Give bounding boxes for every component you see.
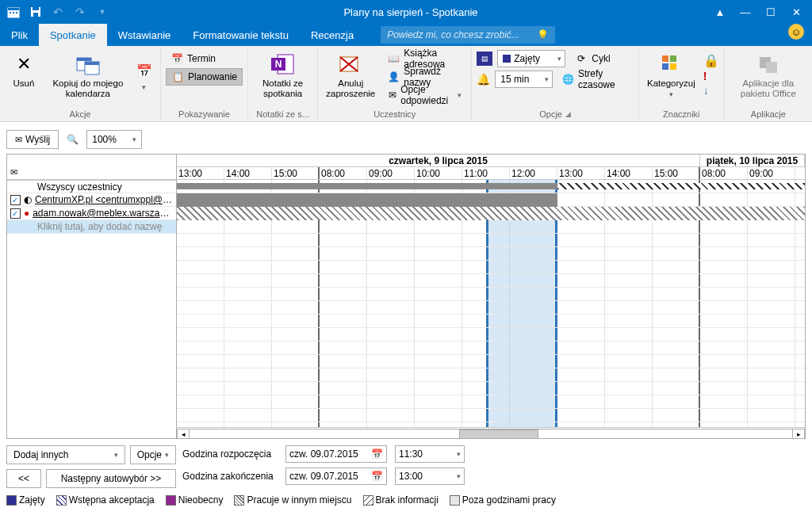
send-button[interactable]: ✉Wyślij xyxy=(6,130,59,149)
tab-meeting[interactable]: Spotkanie xyxy=(39,24,107,46)
tab-format[interactable]: Formatowanie tekstu xyxy=(182,24,300,46)
svg-rect-1 xyxy=(8,8,19,10)
scroll-thumb[interactable] xyxy=(459,429,538,439)
end-time-value: 13:00 xyxy=(399,471,423,482)
show-as-label: Zajęty xyxy=(514,53,540,64)
group-options-label: Opcje◢ xyxy=(477,109,634,121)
office-apps-button[interactable]: Aplikacje dla pakietu Office xyxy=(730,50,807,101)
forward-button[interactable]: 📅 ▾ xyxy=(133,50,155,93)
attendee-checkbox[interactable]: ✓ xyxy=(10,195,21,205)
add-attendee-row[interactable]: Kliknij tutaj, aby dodać nazwę xyxy=(7,220,176,234)
add-others-button[interactable]: Dodaj innych▾ xyxy=(6,445,125,464)
calendar-picker-icon[interactable]: 📅 xyxy=(371,448,383,460)
legend: Zajęty Wstępna akceptacja Nieobecny Prac… xyxy=(6,494,806,506)
zoom-value: 100% xyxy=(92,134,117,145)
tab-file[interactable]: Plik xyxy=(0,24,39,46)
scheduling-grid: ✉ Wszyscy uczestnicy ✓◐CentrumXP.pl <cen… xyxy=(6,154,806,439)
tab-review[interactable]: Recenzja xyxy=(300,24,365,46)
forward-icon: 📅 xyxy=(132,58,157,83)
cancel-invitation-label: Anuluj zaproszenie xyxy=(326,78,375,99)
recurrence-icon: ⟳ xyxy=(575,52,588,65)
ribbon-display-icon[interactable]: ▲ xyxy=(709,1,731,23)
svg-rect-2 xyxy=(10,12,11,13)
svg-rect-3 xyxy=(13,12,14,13)
end-date-input[interactable]: czw. 09.07.2015📅 xyxy=(285,467,387,485)
attendee-row[interactable]: ✓◐CentrumXP.pl <centrumxppl@ou xyxy=(7,193,176,207)
check-names-button[interactable]: 👤Sprawdź nazwy xyxy=(383,68,466,86)
autopick-next-button[interactable]: Następny autowybór >> xyxy=(46,469,176,488)
autopick-back-button[interactable]: << xyxy=(6,469,41,488)
close-button[interactable]: ✕ xyxy=(785,1,807,23)
attendee-row[interactable]: ✓●adam.nowak@meblex.warszawa. xyxy=(7,207,176,220)
legend-tentative: Wstępna akceptacja xyxy=(56,494,155,506)
categorize-button[interactable]: Kategoryzuj▾ xyxy=(644,50,699,101)
cancel-invitation-button[interactable]: Anuluj zaproszenie xyxy=(323,50,378,101)
zoom-select[interactable]: 100%▾ xyxy=(86,130,142,149)
tab-insert[interactable]: Wstawianie xyxy=(107,24,182,46)
appointment-button[interactable]: 📅Termin xyxy=(166,50,243,67)
calendar-picker-icon[interactable]: 📅 xyxy=(371,471,383,482)
start-time-input[interactable]: 11:30▾ xyxy=(395,445,465,463)
reminder-icon: 🔔 xyxy=(477,72,490,86)
zoom-icon: 🔍 xyxy=(67,134,79,145)
recurrence-button[interactable]: ⟳Cykl xyxy=(570,50,615,67)
show-as-select[interactable]: Zajęty▾ xyxy=(497,50,565,67)
reminder-select[interactable]: 15 min▾ xyxy=(495,71,553,88)
start-date-input[interactable]: czw. 09.07.2015📅 xyxy=(285,445,387,463)
copy-to-calendar-button[interactable]: Kopiuj do mojego kalendarza xyxy=(48,50,128,101)
group-show: 📅Termin 📋Planowanie Pokazywanie xyxy=(161,46,248,121)
send-icon: ✉ xyxy=(15,135,22,145)
svg-rect-19 xyxy=(670,55,676,62)
group-apps: Aplikacje dla pakietu Office Aplikacje xyxy=(725,46,812,121)
scheduling-button[interactable]: 📋Planowanie xyxy=(166,68,243,86)
response-options-button[interactable]: ✉Opcje odpowiedzi▾ xyxy=(383,86,466,104)
private-icon[interactable]: 🔒 xyxy=(703,53,719,68)
scroll-right-icon[interactable]: ▸ xyxy=(792,429,805,439)
timezones-button[interactable]: 🌐Strefy czasowe xyxy=(557,71,634,88)
undo-icon[interactable]: ↶ xyxy=(48,2,68,22)
delete-button[interactable]: ✕ Usuń xyxy=(5,50,43,90)
scroll-left-icon[interactable]: ◂ xyxy=(177,429,190,439)
calendar-icon[interactable] xyxy=(3,2,24,22)
tell-me-placeholder: Powiedz mi, co chcesz zrobić... xyxy=(387,29,519,40)
options-button[interactable]: Opcje▾ xyxy=(130,445,176,464)
attendee-checkbox[interactable]: ✓ xyxy=(10,208,21,219)
scheduling-toolbar: ✉Wyślij 🔍 100%▾ xyxy=(6,130,806,149)
svg-rect-11 xyxy=(85,62,99,65)
timeline[interactable]: czwartek, 9 lipca 2015 piątek, 10 lipca … xyxy=(177,155,805,438)
maximize-button[interactable]: ☐ xyxy=(760,1,782,23)
group-tags-label: Znaczniki xyxy=(644,109,719,121)
tell-me-search[interactable]: Powiedz mi, co chcesz zrobić... 💡 xyxy=(381,26,555,44)
categorize-icon xyxy=(658,52,684,77)
grid-body[interactable] xyxy=(177,180,805,427)
autopick-next-label: Następny autowybór >> xyxy=(61,473,162,484)
scroll-track[interactable] xyxy=(190,429,792,439)
address-book-button[interactable]: 📖Książka adresowa xyxy=(383,50,466,67)
scheduling-area: ✉Wyślij 🔍 100%▾ ✉ Wszyscy uczestnicy ✓◐C… xyxy=(0,122,812,510)
feedback-smiley-icon[interactable]: ☺ xyxy=(788,24,804,40)
date-segment-day1: czwartek, 9 lipca 2015 xyxy=(177,155,700,166)
appointment-label: Termin xyxy=(187,53,216,64)
svg-rect-20 xyxy=(662,63,668,70)
office-apps-icon xyxy=(756,52,781,77)
group-notes: N Notatki ze spotkania Notatki ze s... xyxy=(248,46,318,121)
legend-busy: Zajęty xyxy=(6,494,45,506)
save-icon[interactable] xyxy=(25,2,46,22)
redo-icon[interactable]: ↷ xyxy=(70,2,90,22)
copy-calendar-label: Kopiuj do mojego kalendarza xyxy=(51,78,125,99)
meeting-notes-button[interactable]: N Notatki ze spotkania xyxy=(253,50,312,101)
qat-customize-icon[interactable]: ▼ xyxy=(92,2,113,22)
end-time-input[interactable]: 13:00▾ xyxy=(395,467,465,485)
date-segment-day2: piątek, 10 lipca 2015 xyxy=(700,155,805,166)
start-label: Godzina rozpoczęcia xyxy=(182,448,278,460)
check-names-icon: 👤 xyxy=(388,71,400,83)
mail-icon[interactable]: ✉ xyxy=(10,167,17,177)
send-label: Wyślij xyxy=(25,134,50,145)
low-importance-icon[interactable]: ↓ xyxy=(703,84,719,97)
high-importance-icon[interactable]: ! xyxy=(703,70,719,82)
minimize-button[interactable]: ― xyxy=(734,1,756,23)
horizontal-scrollbar[interactable]: ◂ ▸ xyxy=(177,427,805,438)
delete-label: Usuń xyxy=(13,78,35,89)
timezones-label: Strefy czasowe xyxy=(578,68,629,90)
svg-rect-6 xyxy=(33,7,39,10)
